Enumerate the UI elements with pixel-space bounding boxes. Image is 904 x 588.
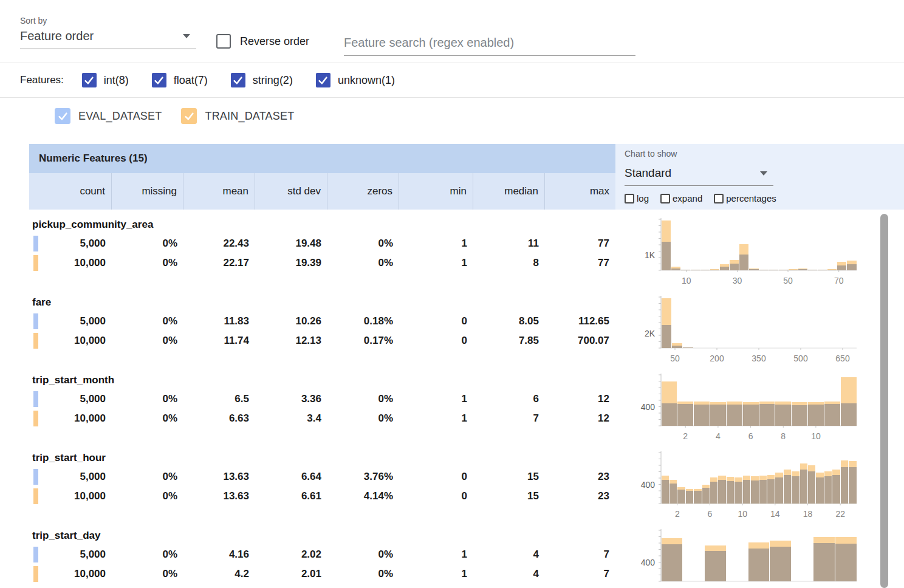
feature-type-filter[interactable]: string(2) [231, 73, 293, 87]
checkbox-checked-icon[interactable] [231, 73, 245, 87]
svg-text:50: 50 [783, 276, 793, 285]
stat-value: 11.74 [183, 331, 255, 350]
stat-value: 0.18% [327, 312, 399, 331]
stat-value: 1 [399, 564, 473, 584]
checkbox-unchecked-icon[interactable] [660, 194, 670, 203]
dataset-swatch [33, 255, 38, 271]
stat-value: 0% [327, 253, 399, 273]
column-header: median [473, 173, 545, 210]
stat-value: 3.36 [255, 389, 327, 409]
stat-value: 6.5 [183, 389, 255, 409]
stat-value: 0% [112, 467, 183, 487]
chart-option-label: percentages [726, 193, 776, 203]
stat-value: 19.39 [255, 253, 327, 273]
stat-value: 0% [112, 389, 183, 409]
dataset-checkbox[interactable] [55, 108, 70, 124]
stat-value: 19.48 [255, 234, 327, 253]
svg-text:30: 30 [733, 276, 742, 285]
feature-type-filter[interactable]: unknown(1) [316, 73, 395, 87]
reverse-order-toggle[interactable]: Reverse order [216, 34, 309, 49]
svg-text:2: 2 [675, 509, 680, 519]
checkbox-unchecked-icon[interactable] [714, 194, 724, 203]
checkbox-unchecked-icon[interactable] [625, 194, 634, 203]
dataset-toggle[interactable]: EVAL_DATASET [55, 108, 162, 124]
chart-type-value: Standard [625, 166, 671, 180]
svg-text:500: 500 [793, 354, 808, 363]
column-header: count [29, 173, 112, 210]
stat-value: 3.4 [255, 409, 327, 428]
stat-value: 15 [473, 467, 545, 487]
feature-type-filter[interactable]: int(8) [82, 73, 129, 87]
stat-value: 10,000 [29, 331, 112, 350]
feature-type-filter-bar: Features: int(8) float(7) string(2) unkn… [0, 63, 904, 98]
stat-value: 0% [112, 312, 183, 331]
stat-value: 7.85 [473, 331, 545, 350]
svg-text:50: 50 [670, 354, 680, 363]
dataset-swatch [33, 333, 38, 349]
checkbox-checked-icon[interactable] [152, 73, 166, 87]
reverse-order-checkbox[interactable] [216, 34, 231, 49]
svg-text:650: 650 [835, 354, 850, 363]
stat-value: 4 [473, 545, 545, 564]
stat-value: 7 [473, 409, 545, 428]
stat-value: 0% [112, 564, 183, 584]
stat-value: 0% [327, 545, 399, 564]
stat-value: 7 [545, 545, 615, 564]
stat-value: 0% [112, 487, 183, 506]
feature-chart: 400 [620, 528, 881, 588]
sort-by-value: Feature order [20, 29, 94, 43]
feature-stats-row: 5,0000%6.53.360%1612 [29, 389, 615, 409]
stat-value: 0% [327, 389, 399, 409]
chart-option-toggle[interactable]: log [625, 193, 649, 203]
feature-stats-row: 10,0000%6.633.40%1712 [29, 409, 615, 428]
stat-value: 0.17% [327, 331, 399, 350]
chart-option-toggle[interactable]: expand [660, 193, 702, 203]
column-header: missing [112, 173, 183, 210]
svg-text:22: 22 [835, 509, 845, 519]
stat-value: 11.83 [183, 312, 255, 331]
stat-value: 1 [399, 409, 473, 428]
feature-chart: 4002610141822 [620, 450, 881, 528]
stat-value: 22.17 [183, 253, 255, 273]
numeric-features-title: Numeric Features (15) [39, 152, 148, 164]
dataset-label: TRAIN_DATASET [205, 110, 294, 123]
stat-value: 23 [545, 467, 615, 487]
feature-histogram: 4002610141822 [620, 450, 881, 528]
feature-histogram: 400 [620, 528, 881, 588]
chart-option-toggle[interactable]: percentages [714, 193, 776, 203]
app: { "toolbar": { "sort_by_label": "Sort by… [0, 0, 904, 588]
svg-text:400: 400 [641, 480, 656, 490]
feature-histogram: 2K50200350500650 [620, 295, 881, 372]
feature-name: fare [29, 295, 615, 312]
stat-value: 10.26 [255, 312, 327, 331]
feature-type-filter[interactable]: float(7) [152, 73, 208, 87]
stat-value: 23 [545, 487, 615, 506]
stat-value: 10,000 [29, 564, 112, 584]
svg-text:10: 10 [682, 276, 691, 285]
feature-stats-row: 5,0000%4.162.020%147 [29, 545, 615, 564]
feature-stats-row: 5,0000%22.4319.480%11177 [29, 234, 615, 253]
feature-name: pickup_community_area [29, 217, 615, 234]
dataset-swatch [33, 391, 38, 407]
stat-value: 1 [399, 253, 473, 273]
vertical-scrollbar[interactable] [880, 214, 888, 588]
stat-value: 10,000 [29, 487, 112, 506]
svg-text:4: 4 [716, 431, 721, 441]
feature-search-input[interactable] [344, 30, 635, 56]
stat-value: 77 [545, 234, 615, 253]
checkbox-checked-icon[interactable] [316, 73, 330, 87]
svg-text:18: 18 [803, 509, 813, 519]
chart-toggle-list: log expand percentages [625, 193, 904, 203]
dataset-checkbox[interactable] [181, 108, 197, 124]
feature-list: pickup_community_area 5,0000%22.4319.480… [29, 217, 615, 588]
feature-block: trip_start_day 5,0000%4.162.020%147 10,0… [29, 528, 615, 588]
stat-value: 22.43 [183, 234, 255, 253]
chart-type-select[interactable]: Standard [625, 163, 773, 186]
stat-value: 0% [112, 234, 183, 253]
column-header: mean [183, 173, 255, 210]
feature-stats-row: 10,0000%13.636.614.14%01523 [29, 487, 615, 506]
svg-text:10: 10 [738, 509, 747, 519]
sort-by-select[interactable]: Feature order [20, 26, 196, 49]
dataset-toggle[interactable]: TRAIN_DATASET [181, 108, 294, 124]
checkbox-checked-icon[interactable] [82, 73, 97, 87]
